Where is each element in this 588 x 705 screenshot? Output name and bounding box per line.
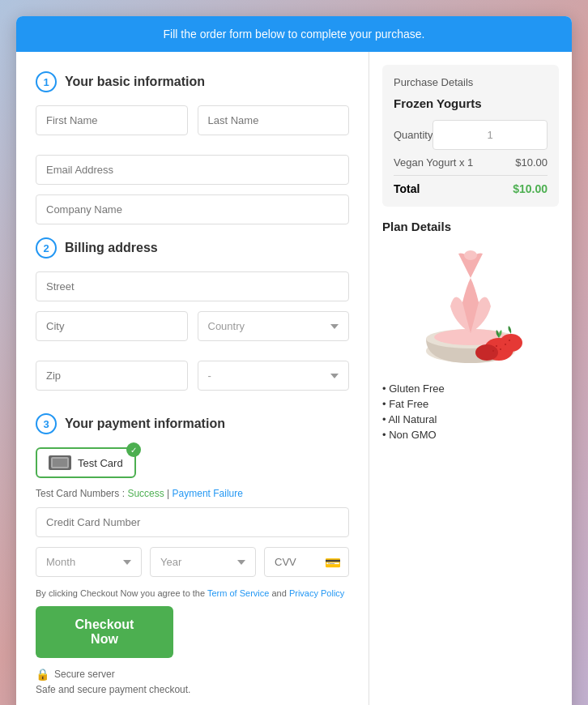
card-label: Test Card <box>78 457 123 469</box>
lastname-input[interactable] <box>198 105 350 135</box>
svg-point-6 <box>475 344 498 361</box>
lock-icon: 🔒 <box>36 668 49 681</box>
success-link[interactable]: Success <box>127 488 164 499</box>
content-area: 1 Your basic information <box>16 52 572 705</box>
expiry-cvv-row: Month 010203 040506 070809 101112 Year 2… <box>36 547 349 577</box>
firstname-input[interactable] <box>36 105 188 135</box>
purchase-details-title: Purchase Details <box>394 76 548 88</box>
svg-point-11 <box>509 340 510 341</box>
svg-point-3 <box>464 250 477 260</box>
month-select[interactable]: Month 010203 040506 070809 101112 <box>36 547 142 577</box>
total-row: Total $10.00 <box>394 175 548 195</box>
feature-item: Fat Free <box>382 398 559 410</box>
card-option[interactable]: Test Card ✓ <box>36 447 136 478</box>
total-amount: $10.00 <box>513 182 548 195</box>
street-group <box>36 271 349 301</box>
cc-number-group <box>36 507 349 537</box>
quantity-label: Quantity <box>394 129 432 141</box>
zip-row: - <box>36 361 349 400</box>
firstname-group <box>36 105 188 135</box>
line-item-label: Vegan Yogurt x 1 <box>394 156 473 169</box>
left-panel: 1 Your basic information <box>16 52 369 705</box>
city-country-row: Country United States United Kingdom Can… <box>36 311 349 351</box>
section3-title: Your payment information <box>65 417 225 431</box>
test-card-prefix: Test Card Numbers : <box>36 488 127 499</box>
zip-group <box>36 361 188 391</box>
terms-text: By clicking Checkout Now you agree to th… <box>36 588 349 598</box>
quantity-input[interactable] <box>432 120 548 150</box>
yogurt-image <box>382 243 559 373</box>
privacy-link[interactable]: Privacy Policy <box>289 588 344 598</box>
svg-point-8 <box>500 348 501 350</box>
country-group: Country United States United Kingdom Can… <box>198 311 350 341</box>
plan-details: Plan Details <box>382 220 559 441</box>
email-input[interactable] <box>36 155 349 185</box>
email-group <box>36 155 349 185</box>
section1-header: 1 Your basic information <box>36 71 349 92</box>
check-badge: ✓ <box>126 442 141 457</box>
dash-group: - <box>198 361 350 391</box>
step2-circle: 2 <box>36 237 57 258</box>
checkout-button[interactable]: Checkout Now <box>36 606 173 658</box>
features-list: Gluten Free Fat Free All Natural Non GMO <box>382 382 559 441</box>
tos-link[interactable]: Term of Service <box>207 588 269 598</box>
section2-header: 2 Billing address <box>36 237 349 258</box>
svg-point-5 <box>500 334 522 352</box>
year-select[interactable]: Year 202420252026 2027202820292030 <box>150 547 256 577</box>
lastname-group <box>198 105 350 135</box>
card-icon-inner <box>51 457 69 468</box>
step1-circle: 1 <box>36 71 57 92</box>
cc-number-input[interactable] <box>36 507 349 537</box>
name-row <box>36 105 349 145</box>
city-group <box>36 311 188 341</box>
card-icon <box>49 455 71 470</box>
total-label: Total <box>394 182 420 195</box>
failure-link[interactable]: Payment Failure <box>173 488 243 499</box>
quantity-row: Quantity <box>394 120 548 150</box>
section1-title: Your basic information <box>65 75 205 89</box>
main-container: Fill the order form below to complete yo… <box>16 16 572 705</box>
section2-title: Billing address <box>65 241 158 255</box>
right-panel: Purchase Details Frozen Yogurts Quantity… <box>369 52 572 705</box>
feature-item: Non GMO <box>382 429 559 441</box>
purchase-details-box: Purchase Details Frozen Yogurts Quantity… <box>382 65 559 207</box>
svg-point-9 <box>492 350 494 352</box>
svg-point-10 <box>505 344 506 345</box>
test-card-info: Test Card Numbers : Success | Payment Fa… <box>36 488 349 499</box>
company-group <box>36 194 349 224</box>
line-item-price: $10.00 <box>515 156 548 169</box>
secure-text: Safe and secure payment checkout. <box>36 684 349 695</box>
secure-info: 🔒 Secure server <box>36 668 349 681</box>
line-item-row: Vegan Yogurt x 1 $10.00 <box>394 156 548 169</box>
product-name: Frozen Yogurts <box>394 96 548 110</box>
region-select[interactable]: - <box>198 361 350 391</box>
city-input[interactable] <box>36 311 188 341</box>
plan-details-title: Plan Details <box>382 220 559 233</box>
cvv-wrapper: 💳 <box>264 547 349 577</box>
section3-header: 3 Your payment information <box>36 413 349 434</box>
zip-input[interactable] <box>36 361 188 391</box>
step3-circle: 3 <box>36 413 57 434</box>
company-input[interactable] <box>36 194 349 224</box>
country-select[interactable]: Country United States United Kingdom Can… <box>198 311 350 341</box>
svg-point-7 <box>496 345 497 347</box>
feature-item: All Natural <box>382 413 559 425</box>
feature-item: Gluten Free <box>382 382 559 395</box>
secure-server-text: Secure server <box>54 669 115 680</box>
card-back-icon: 💳 <box>325 554 341 570</box>
banner-text: Fill the order form below to complete yo… <box>164 28 425 41</box>
street-input[interactable] <box>36 271 349 301</box>
top-banner: Fill the order form below to complete yo… <box>16 16 572 52</box>
